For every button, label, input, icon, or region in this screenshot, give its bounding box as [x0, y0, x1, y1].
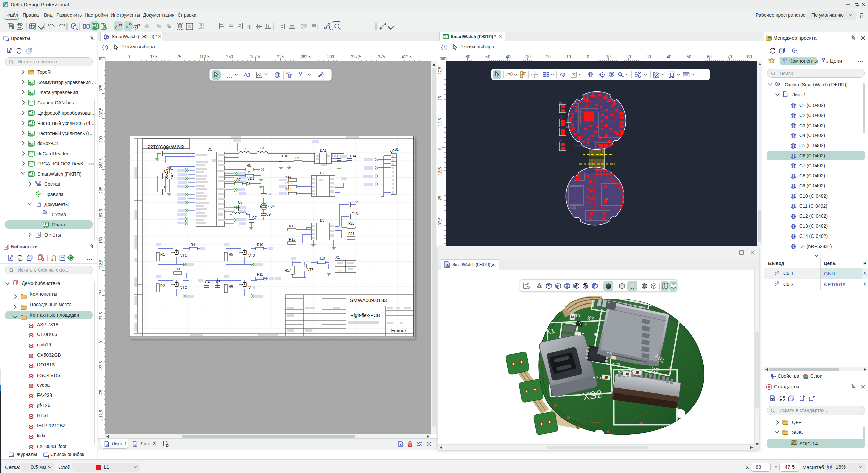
svg-text:R15: R15	[289, 224, 296, 228]
svg-text:VT2: VT2	[180, 286, 187, 289]
svg-text:R1: R1	[160, 253, 165, 256]
svg-text:R10: R10	[257, 243, 263, 247]
svg-text:R17: R17	[576, 333, 584, 337]
svg-text:C10: C10	[282, 154, 288, 158]
svg-text:R19: R19	[572, 314, 580, 318]
svg-text:Rigit-flex-PCB: Rigit-flex-PCB	[350, 313, 380, 318]
svg-text:R3: R3	[176, 267, 180, 271]
svg-text:C8: C8	[266, 192, 271, 196]
svg-text:R21: R21	[348, 232, 355, 236]
svg-text:C5: C5	[216, 280, 220, 284]
svg-text:C11: C11	[332, 154, 339, 158]
svg-text:X2: X2	[651, 366, 660, 374]
svg-text:R9: R9	[247, 170, 251, 174]
svg-text:C9: C9	[266, 212, 271, 216]
svg-text:R5: R5	[229, 253, 233, 256]
svg-text:VT4: VT4	[248, 286, 255, 289]
svg-text:Eremex: Eremex	[391, 328, 407, 333]
svg-text:C3: C3	[164, 185, 168, 189]
svg-text:D3: D3	[320, 219, 324, 222]
svg-text:X1: X1	[335, 256, 340, 260]
svg-text:XS2: XS2	[569, 206, 576, 209]
svg-text:R13: R13	[285, 181, 292, 185]
svg-text:C: C	[674, 286, 676, 288]
svg-text:VT5: VT5	[579, 321, 587, 326]
svg-text:R25: R25	[592, 375, 601, 380]
svg-text:VT1: VT1	[180, 254, 187, 257]
svg-text:R14: R14	[285, 188, 292, 192]
svg-text:D6: D6	[607, 352, 612, 356]
svg-text:C4: C4	[205, 280, 210, 284]
svg-text:R16: R16	[289, 238, 296, 241]
svg-text:A: A	[673, 283, 675, 285]
svg-text:C23: C23	[613, 362, 620, 367]
svg-text:R19: R19	[319, 256, 325, 260]
svg-text:R20: R20	[348, 222, 355, 225]
svg-text:R11: R11	[257, 273, 263, 276]
svg-text:B: B	[672, 286, 673, 288]
svg-text:SB1: SB1	[559, 115, 562, 120]
svg-text:D6: D6	[605, 197, 609, 200]
svg-text:A: A	[560, 72, 563, 77]
svg-text:R7: R7	[236, 178, 241, 182]
svg-text:R4: R4	[191, 243, 195, 247]
svg-text:A: A	[244, 72, 247, 77]
svg-text:VD1: VD1	[247, 177, 254, 180]
svg-text:C2: C2	[164, 170, 168, 173]
svg-text:R18: R18	[295, 156, 302, 160]
svg-text:ZQ2: ZQ2	[268, 204, 275, 208]
svg-text:C12: C12	[352, 200, 358, 204]
svg-text:XS1: XS1	[392, 148, 399, 151]
svg-text:R22R23: R22R23	[617, 369, 634, 374]
svg-text:R12: R12	[285, 175, 291, 178]
svg-text:R8: R8	[247, 164, 251, 167]
svg-text:R17: R17	[285, 269, 291, 272]
svg-text:D2: D2	[320, 171, 324, 175]
svg-text:L3: L3	[260, 146, 264, 150]
svg-text:R6: R6	[229, 285, 233, 288]
svg-text:C1: C1	[164, 147, 168, 151]
svg-text:X1: X1	[570, 176, 574, 179]
svg-text:i: i	[105, 45, 106, 49]
svg-text:X2: X2	[621, 179, 625, 182]
svg-text:C14: C14	[350, 154, 356, 158]
svg-text:i: i	[444, 45, 445, 49]
svg-text:L1: L1	[238, 208, 242, 212]
svg-text:VT5: VT5	[307, 268, 314, 272]
svg-text:C13: C13	[352, 212, 358, 216]
svg-text:C6: C6	[238, 201, 242, 204]
svg-text:R2: R2	[160, 284, 165, 288]
svg-text:SB2: SB2	[566, 125, 571, 128]
svg-text:D1: D1	[208, 148, 212, 151]
svg-text:L2: L2	[243, 146, 247, 150]
svg-text:DA1: DA1	[320, 149, 327, 152]
svg-text:SMWA009.0133: SMWA009.0133	[350, 297, 387, 303]
svg-text:C7: C7	[252, 216, 257, 220]
svg-text:VT3: VT3	[248, 254, 255, 257]
